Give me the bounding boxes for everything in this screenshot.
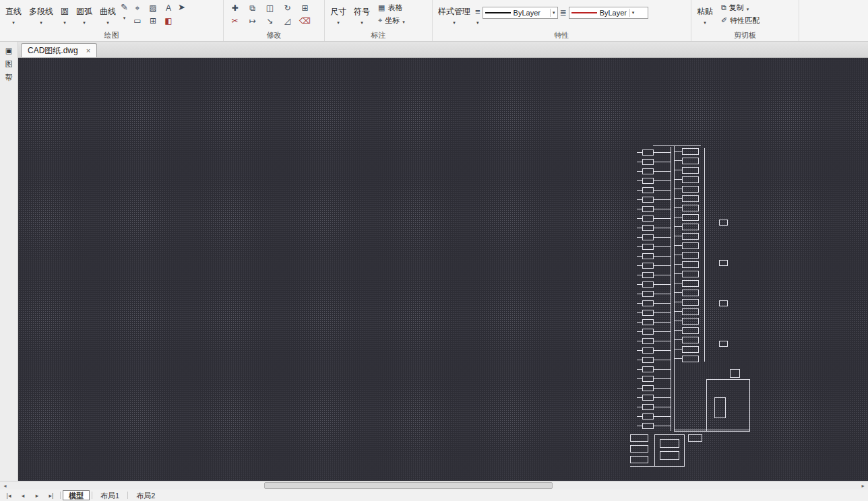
draw-panel-label: 绘图	[3, 30, 220, 41]
scale-button[interactable]: ◿	[279, 15, 296, 27]
centerline-button[interactable]: ⌖	[130, 2, 145, 14]
tab-model[interactable]: 模型	[63, 490, 90, 500]
divider	[127, 492, 128, 499]
chevron-down-icon: ▾	[12, 20, 15, 26]
move-button[interactable]: ✚	[226, 2, 243, 14]
chevron-down-icon: ▾	[550, 9, 555, 17]
spline-button[interactable]: 曲线 ▾	[97, 1, 119, 28]
draw-panel-content: 直线 ▾ 多段线 ▾ 圆 ▾ 圆弧 ▾ 曲线 ▾	[3, 0, 220, 30]
copy-button-label: 复制	[729, 3, 744, 13]
sketch-button[interactable]: ✎ ▾	[121, 2, 128, 21]
paste-button[interactable]: 粘贴 ▾	[694, 1, 716, 28]
next-tab-icon[interactable]: ▸	[30, 492, 44, 499]
dimension-button[interactable]: 尺寸 ▾	[328, 1, 349, 28]
style-manager-label: 样式管理	[438, 6, 470, 18]
drawing-canvas[interactable]	[18, 58, 868, 481]
extend-button[interactable]: ↦	[244, 15, 261, 27]
style-manager-button[interactable]: 样式管理 ▾	[435, 1, 473, 28]
side-toolbar-drawing-button[interactable]: 图	[2, 59, 16, 70]
line-button[interactable]: 直线 ▾	[3, 1, 24, 28]
scrollbar-thumb[interactable]	[264, 482, 553, 489]
array-icon: ⊞	[301, 3, 308, 13]
coordinate-icon: ⌖	[378, 16, 382, 25]
move-icon: ✚	[231, 3, 238, 13]
linetype-value: ByLayer	[514, 9, 547, 17]
lineweight-icon: ≣	[560, 8, 567, 18]
scrollbar-track[interactable]	[10, 481, 858, 490]
fill-button[interactable]: ◧	[161, 15, 176, 27]
ribbon-panel-annotate: 尺寸 ▾ 符号 ▾ ▦ 表格 ⌖ 坐标 ▾	[325, 0, 433, 41]
chevron-down-icon: ▾	[106, 20, 109, 26]
stretch-button[interactable]: ↘	[261, 15, 278, 27]
chevron-down-icon: ▾	[402, 20, 405, 25]
arrow-icon: ➤	[178, 2, 185, 13]
trim-button[interactable]: ✂	[226, 15, 243, 27]
scroll-right-icon[interactable]: ▸	[858, 481, 868, 490]
rectangle-icon: ▭	[133, 16, 141, 26]
drawing-tool-label: 图	[5, 59, 13, 69]
trim-icon: ✂	[231, 16, 238, 26]
cad-drawing	[18, 58, 868, 481]
tab-layout2[interactable]: 布局2	[130, 490, 161, 500]
pencil-icon: ✎	[121, 2, 128, 13]
properties-panel-label: 特性	[435, 30, 688, 41]
extend-icon: ↦	[249, 16, 255, 26]
clipboard-row-stack: ⧉ 复制 ▾ ✐ 特性匹配	[718, 1, 763, 26]
coordinate-button[interactable]: ⌖ 坐标 ▾	[375, 15, 408, 26]
copy-to-clipboard-button[interactable]: ⧉ 复制 ▾	[718, 2, 763, 13]
tab-layout1[interactable]: 布局1	[94, 490, 125, 500]
erase-button[interactable]: ⌫	[297, 15, 313, 27]
leader-arrow-button[interactable]: ➤	[178, 2, 185, 13]
symbol-button[interactable]: 符号 ▾	[351, 1, 373, 28]
close-icon[interactable]: ×	[86, 46, 90, 55]
divider	[60, 492, 61, 499]
work-area: ▣ 图 帮 CAD图纸.dwg ×	[0, 42, 868, 481]
text-button[interactable]: A	[161, 2, 176, 14]
document-tab-title: CAD图纸.dwg	[28, 45, 78, 57]
lineweight-button[interactable]: ≣	[560, 8, 567, 18]
divider	[92, 492, 92, 499]
match-properties-button[interactable]: ✐ 特性匹配	[718, 15, 763, 26]
arc-button-label: 圆弧	[76, 6, 92, 18]
polyline-button[interactable]: 多段线 ▾	[26, 1, 56, 28]
table-button[interactable]: ▦ 表格	[375, 2, 408, 13]
copy-button[interactable]: ⧉	[244, 2, 261, 14]
last-tab-icon[interactable]: ▸|	[44, 492, 58, 499]
rotate-button[interactable]: ↻	[279, 2, 296, 14]
symbol-button-label: 符号	[354, 6, 370, 18]
rectangle-button[interactable]: ▭	[130, 15, 145, 27]
ribbon: 直线 ▾ 多段线 ▾ 圆 ▾ 圆弧 ▾ 曲线 ▾	[0, 0, 868, 42]
document-tab[interactable]: CAD图纸.dwg ×	[21, 43, 97, 57]
side-toolbar-help-button[interactable]: 帮	[2, 72, 16, 84]
linetype-select[interactable]: ByLayer ▾	[483, 7, 558, 19]
chevron-down-icon: ▾	[40, 20, 42, 26]
centerline-icon: ⌖	[135, 3, 140, 13]
circle-button[interactable]: 圆 ▾	[58, 1, 71, 28]
mirror-button[interactable]: ◫	[261, 2, 278, 14]
linetype-swatch	[485, 12, 511, 13]
block-button[interactable]: ⊞	[146, 15, 160, 27]
stretch-icon: ↘	[266, 16, 273, 26]
ribbon-panel-draw: 直线 ▾ 多段线 ▾ 圆 ▾ 圆弧 ▾ 曲线 ▾	[0, 0, 224, 41]
annotate-panel-content: 尺寸 ▾ 符号 ▾ ▦ 表格 ⌖ 坐标 ▾	[328, 0, 429, 30]
ribbon-filler	[799, 0, 868, 41]
table-button-label: 表格	[388, 3, 402, 13]
chevron-down-icon: ▾	[704, 20, 706, 26]
linetype-button[interactable]: ≡ ▾	[475, 7, 480, 26]
arc-button[interactable]: 圆弧 ▾	[73, 1, 95, 28]
clipboard-panel-content: 粘贴 ▾ ⧉ 复制 ▾ ✐ 特性匹配	[694, 0, 796, 30]
chevron-down-icon: ▾	[361, 20, 363, 26]
color-select[interactable]: ByLayer ▾	[569, 7, 648, 19]
previous-tab-icon[interactable]: ◂	[16, 492, 30, 499]
annotate-panel-label: 标注	[328, 30, 429, 41]
table-icon: ▦	[378, 3, 385, 12]
first-tab-icon[interactable]: |◂	[2, 492, 16, 499]
horizontal-scrollbar[interactable]: ◂ ▸	[0, 481, 868, 490]
scroll-left-icon[interactable]: ◂	[0, 481, 10, 490]
array-button[interactable]: ⊞	[297, 2, 313, 14]
fill-icon: ◧	[164, 16, 172, 26]
rotate-icon: ↻	[284, 3, 290, 13]
copy-icon: ⧉	[249, 3, 255, 13]
sheet-frame-button[interactable]: ▣	[2, 45, 16, 57]
hatch-button[interactable]: ▨	[146, 2, 160, 14]
